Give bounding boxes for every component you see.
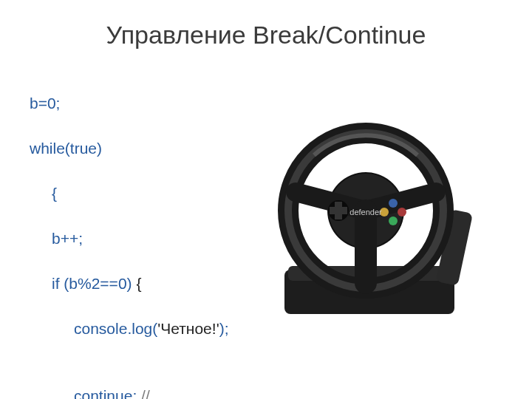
- code-token: console.log(: [74, 320, 157, 337]
- code-token: continue;: [74, 387, 137, 399]
- code-token: );: [219, 320, 229, 337]
- code-line: b=0;: [30, 92, 502, 115]
- slide-title: Управление Break/Continue: [30, 21, 502, 50]
- svg-point-10: [389, 199, 398, 208]
- slide: Управление Break/Continue b=0; while(tru…: [0, 0, 532, 399]
- steering-wheel-image: defender: [244, 122, 488, 329]
- brand-label: defender: [349, 208, 382, 216]
- slide-body: b=0; while(true) { b++; if (b%2==0) { co…: [30, 70, 502, 399]
- code-token: if (b%2==0): [52, 275, 132, 292]
- code-line: continue; //: [30, 385, 502, 399]
- svg-point-11: [398, 208, 406, 216]
- svg-point-12: [389, 216, 398, 225]
- code-token: {: [132, 275, 146, 292]
- code-token: 'Четное!': [157, 320, 219, 337]
- svg-rect-9: [330, 207, 347, 214]
- code-comment: //: [137, 387, 150, 399]
- steering-wheel-icon: defender: [244, 122, 488, 329]
